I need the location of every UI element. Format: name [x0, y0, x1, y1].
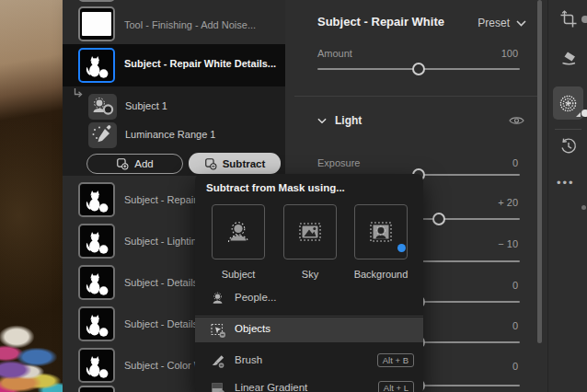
slider-value: + 20: [498, 197, 518, 208]
light-section-header[interactable]: Light: [317, 114, 362, 127]
slider-value: 0: [512, 280, 518, 291]
mask-item-label: Tool - Finishing - Add Noise...: [124, 19, 256, 30]
menu-item-label: Brush: [235, 354, 262, 365]
flyout-corner-marker: [576, 112, 581, 117]
photo-canvas[interactable]: [0, 0, 63, 392]
selected-mask-label: Subject - Repair White Details...: [124, 58, 276, 69]
menu-item-label: Linear Gradient: [235, 382, 307, 392]
subtract-from-mask-menu: Subtract from Mask using... Subject Sky …: [195, 174, 423, 392]
exposure-value: 0: [512, 157, 518, 168]
linear-gradient-icon: [210, 381, 225, 392]
slider-knob[interactable]: [432, 213, 445, 225]
light-section-title: Light: [335, 114, 362, 127]
panel-indicator-dot: [581, 16, 587, 23]
mask-item-label: Subject - Details: [124, 318, 198, 329]
mask-item-label: Subject - Repair: [124, 194, 197, 205]
mask-thumbnail: [78, 224, 115, 259]
tile-label: Background: [349, 269, 413, 280]
edit-panel-title: Subject - Repair White: [317, 15, 444, 29]
add-mask-button[interactable]: Add: [86, 154, 183, 174]
add-button-label: Add: [134, 158, 153, 169]
exposure-label: Exposure: [317, 157, 360, 168]
slider-value: 0: [512, 320, 518, 331]
background-select-icon: [366, 217, 396, 247]
preset-label: Preset: [478, 17, 510, 29]
mask-item-label: Subject - Color W: [124, 360, 203, 371]
mask-thumbnail-white: [78, 6, 115, 41]
people-icon: [210, 291, 225, 306]
eraser-icon[interactable]: [559, 49, 578, 67]
sky-select-icon: [295, 217, 325, 247]
menu-item-label: Objects: [235, 323, 270, 334]
active-indicator-dot: [397, 244, 406, 252]
tile-label: Subject: [206, 269, 270, 280]
menu-title: Subtract from Mask using...: [206, 182, 345, 193]
section-divider: [294, 96, 538, 97]
mask-thumbnail: [78, 348, 115, 383]
selected-mask-group: Subject - Repair White Details... Subjec…: [63, 44, 285, 176]
component-label: Subject 1: [125, 100, 167, 111]
mask-item-label: Subject - Lightin: [124, 236, 197, 247]
panel-indicator-dot: [581, 110, 587, 117]
subject-component-icon: [88, 94, 117, 120]
mask-thumbnail-partial-top: [78, 0, 115, 2]
history-icon[interactable]: [559, 137, 578, 156]
chevron-down-icon: [516, 20, 526, 27]
menu-item-label: People...: [235, 292, 276, 303]
menu-item-linear-gradient[interactable]: Linear Gradient Alt + L: [195, 376, 423, 392]
eye-icon[interactable]: [509, 115, 524, 126]
mask-item-selected[interactable]: Subject - Repair White Details...: [63, 44, 285, 86]
mask-thumbnail: [78, 265, 115, 300]
mask-thumbnail: [78, 306, 115, 341]
subtract-sky-tile[interactable]: [283, 204, 337, 259]
masking-icon: [559, 95, 577, 112]
menu-item-objects[interactable]: Objects: [195, 317, 423, 342]
menu-item-brush[interactable]: Brush Alt + B: [195, 349, 423, 373]
tool-strip: •••: [547, 0, 587, 392]
shortcut-badge: Alt + L: [378, 381, 414, 392]
brush-icon: [210, 353, 225, 369]
shortcut-badge: Alt + B: [377, 353, 414, 367]
masking-tool-button-active[interactable]: [553, 86, 583, 120]
panel-scrollbar[interactable]: [537, 0, 542, 343]
objects-icon: [210, 322, 226, 339]
amount-label: Amount: [317, 48, 352, 59]
tile-label: Sky: [278, 269, 342, 280]
mask-thumbnail: [78, 182, 115, 217]
crop-rotate-icon[interactable]: [559, 10, 578, 29]
slider-value: 0: [512, 361, 518, 372]
more-options-button[interactable]: •••: [557, 176, 575, 190]
menu-divider: [195, 316, 423, 317]
slider-value: − 10: [498, 238, 518, 249]
amount-slider-knob[interactable]: [412, 63, 425, 75]
component-label: Luminance Range 1: [125, 129, 215, 140]
subtract-subject-tile[interactable]: [212, 204, 265, 259]
chevron-down-icon: [317, 118, 327, 124]
subtract-mask-button[interactable]: Subtract: [189, 153, 281, 174]
menu-item-people[interactable]: People...: [195, 286, 423, 312]
preset-dropdown[interactable]: Preset: [478, 17, 526, 29]
amount-value: 100: [501, 48, 518, 59]
mask-thumbnail-selected: [78, 48, 115, 83]
subtract-button-label: Subtract: [223, 158, 266, 169]
subject-select-icon: [224, 217, 253, 247]
add-mask-icon: [116, 157, 129, 170]
mask-item-label: Subject - Details: [124, 277, 198, 288]
luminance-component-icon: [88, 122, 117, 148]
panel-indicator-dot: [581, 205, 586, 210]
toolbar-divider: [555, 129, 581, 130]
branch-arrow-icon: [73, 88, 84, 99]
subtract-mask-icon: [204, 157, 217, 170]
mask-thumbnail-partial-bottom: [78, 386, 115, 392]
